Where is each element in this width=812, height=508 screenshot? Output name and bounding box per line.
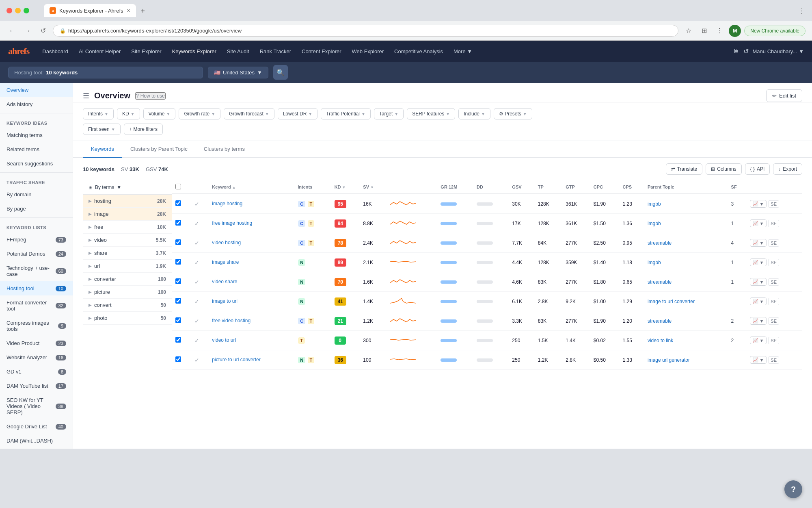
se-button[interactable]: SE [768,298,779,305]
filter-growth-rate[interactable]: Growth rate ▼ [179,108,220,119]
serp-trend-button[interactable]: 📈 ▼ [750,336,767,344]
nav-content-explorer[interactable]: Content Explorer [298,46,346,57]
user-name[interactable]: Manu Chaudhary... ▼ [753,48,804,54]
row-checkbox[interactable] [175,298,181,304]
col-tp[interactable]: TP [535,180,563,194]
extensions-button[interactable]: ⊞ [698,25,710,37]
filter-include[interactable]: Include ▼ [458,108,490,119]
parent-topic-link[interactable]: streamable [648,279,672,285]
star-button[interactable]: ☆ [682,25,695,37]
back-button[interactable]: ← [6,25,18,37]
col-gsv[interactable]: GSV [509,180,534,194]
col-kd[interactable]: KD ▼ [331,180,360,194]
sidebar-item-search-suggestions[interactable]: Search suggestions [0,156,73,171]
sidebar-item-video-product[interactable]: Video Product 23 [0,336,73,350]
serp-trend-button[interactable]: 📈 ▼ [750,297,767,305]
sidebar-item-potential-demos[interactable]: Potential Demos 24 [0,247,73,261]
nav-competitive-analysis[interactable]: Competitive Analysis [390,46,447,57]
nav-ai-content-helper[interactable]: AI Content Helper [75,46,125,57]
row-checkbox[interactable] [175,317,181,323]
minimize-window-button[interactable] [15,8,21,13]
refresh-nav-icon[interactable]: ↺ [743,48,749,55]
keyword-link[interactable]: video share [212,279,237,284]
hamburger-menu-icon[interactable]: ☰ [83,91,89,100]
tab-clusters-parent-topic[interactable]: Clusters by Parent Topic [122,141,196,158]
parent-topic-link[interactable]: image url generator [648,357,690,363]
keyword-link[interactable]: image hosting [212,201,242,206]
keyword-link[interactable]: image to url [212,298,238,304]
sidebar-item-by-domain[interactable]: By domain [0,187,73,202]
tab-keywords[interactable]: Keywords [83,141,122,158]
se-button[interactable]: SE [768,200,779,208]
filter-traffic-potential[interactable]: Traffic Potential ▼ [321,108,371,119]
parent-topic-link[interactable]: streamable [648,240,672,246]
col-cps[interactable]: CPS [620,180,644,194]
close-window-button[interactable] [6,8,12,13]
filter-kd[interactable]: KD ▼ [117,108,140,119]
cluster-item-picture[interactable]: ▶ picture 100 [83,286,172,299]
sidebar-item-related-terms[interactable]: Related terms [0,142,73,156]
sidebar-item-matching-terms[interactable]: Matching terms [0,128,73,142]
row-checkbox[interactable] [175,200,181,206]
parent-topic-link[interactable]: video to link [648,338,673,343]
col-dd[interactable]: DD [473,180,509,194]
row-checkbox[interactable] [175,239,181,245]
serp-trend-button[interactable]: 📈 ▼ [750,200,767,208]
parent-topic-link[interactable]: imgbb [648,260,661,265]
nav-more[interactable]: More ▼ [449,46,476,57]
parent-topic-link[interactable]: streamable [648,318,672,324]
sidebar-item-format-converter-tool[interactable]: Format converter tool 32 [0,295,73,316]
col-parent-topic[interactable]: Parent Topic [644,180,728,194]
cluster-item-converter[interactable]: ▶ converter 100 [83,273,172,286]
parent-topic-link[interactable]: image to url converter [648,299,695,304]
sidebar-item-seo-kw-yt-videos[interactable]: SEO KW for YT Videos ( Video SERP) 38 [0,393,73,419]
sidebar-item-compress-images-tools[interactable]: Compress images tools 9 [0,316,73,336]
keyword-input-pill[interactable]: Hosting tool: 10 keywords [8,67,203,78]
nav-site-audit[interactable]: Site Audit [223,46,253,57]
row-checkbox[interactable] [175,220,181,226]
parent-topic-link[interactable]: imgbb [648,201,661,207]
filter-growth-forecast[interactable]: Growth forecast ▼ [224,108,274,119]
cluster-header[interactable]: ⊞ By terms ▼ [83,180,172,195]
nav-dashboard[interactable]: Dashboard [38,46,72,57]
filter-intents[interactable]: Intents ▼ [83,108,114,119]
col-sv[interactable]: SV ▼ [360,180,387,194]
se-button[interactable]: SE [768,356,779,364]
keyword-link[interactable]: video hosting [212,240,241,245]
cluster-item-image[interactable]: ▶ image 28K [83,208,172,221]
tab-clusters-terms[interactable]: Clusters by terms [196,141,253,158]
nav-keywords-explorer[interactable]: Keywords Explorer [168,46,220,57]
cluster-item-hosting[interactable]: ▶ hosting 28K [83,195,172,208]
col-keyword[interactable]: Keyword ▲ [209,180,294,194]
row-checkbox[interactable] [175,278,181,284]
col-sf[interactable]: SF [728,180,747,194]
keyword-link[interactable]: image share [212,259,239,265]
se-button[interactable]: SE [768,220,779,227]
keyword-link[interactable]: video to url [212,337,236,343]
refresh-button[interactable]: ↺ [37,25,49,37]
row-checkbox[interactable] [175,356,181,362]
filter-presets[interactable]: ⚙ Presets ▼ [494,108,532,119]
cluster-item-video[interactable]: ▶ video 5.5K [83,234,172,247]
cluster-item-convert[interactable]: ▶ convert 50 [83,299,172,312]
country-selector[interactable]: 🇺🇸 United States ▼ [208,67,268,78]
se-button[interactable]: SE [768,317,779,325]
se-button[interactable]: SE [768,278,779,286]
browser-menu-button[interactable]: ⋮ [713,25,726,37]
edit-list-button[interactable]: ✏ Edit list [766,89,802,102]
user-avatar-button[interactable]: M [729,25,741,37]
nav-web-explorer[interactable]: Web Explorer [348,46,388,57]
export-button[interactable]: ↓ Export [773,163,802,175]
chrome-update-button[interactable]: New Chrome available [744,26,806,36]
se-button[interactable]: SE [768,259,779,266]
ahrefs-logo[interactable]: ahrefs [8,46,29,56]
se-button[interactable]: SE [768,337,779,344]
filter-target[interactable]: Target ▼ [374,108,404,119]
filter-lowest-dr[interactable]: Lowest DR ▼ [278,108,318,119]
sidebar-item-by-page[interactable]: By page [0,202,73,216]
cluster-item-photo[interactable]: ▶ photo 50 [83,312,172,325]
col-gr12m[interactable]: GR 12M [437,180,473,194]
api-button[interactable]: { } API [745,163,770,175]
keyword-link[interactable]: free image hosting [212,220,252,226]
se-button[interactable]: SE [768,239,779,247]
